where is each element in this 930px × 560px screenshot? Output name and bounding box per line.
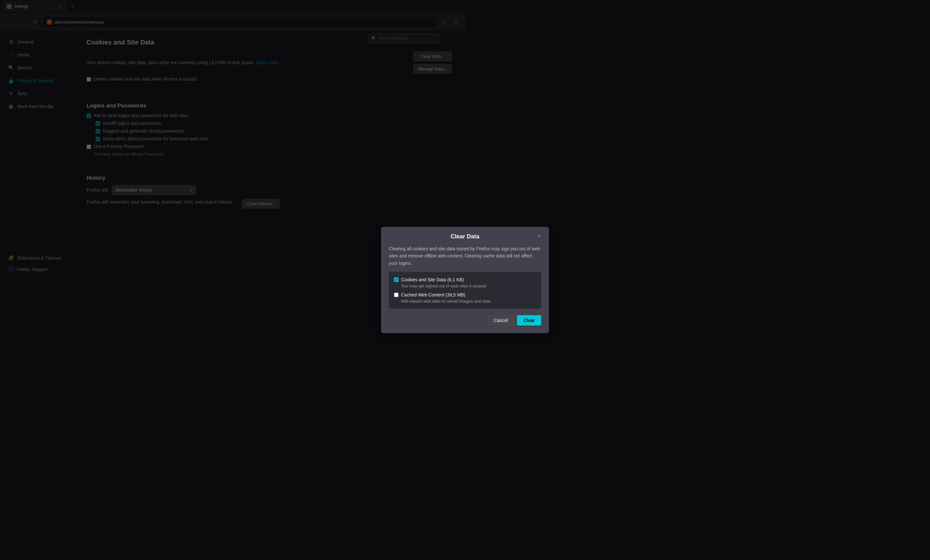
modal-cookies-checkbox[interactable]: [394, 278, 399, 280]
modal-overlay: Clear Data × Clearing all cookies and si…: [0, 0, 465, 280]
modal-body: Clearing all cookies and site data store…: [381, 240, 465, 280]
modal-header: Clear Data ×: [381, 227, 465, 240]
modal-cookies-label[interactable]: Cookies and Site Data (6,1 KB): [401, 277, 464, 280]
modal-description: Clearing all cookies and site data store…: [389, 245, 465, 267]
modal-option-cookies: Cookies and Site Data (6,1 KB) You may g…: [394, 277, 465, 280]
modal-option-cookies-header: Cookies and Site Data (6,1 KB): [394, 277, 465, 280]
clear-data-modal: Clear Data × Clearing all cookies and si…: [381, 227, 465, 280]
modal-options: Cookies and Site Data (6,1 KB) You may g…: [389, 272, 465, 280]
modal-title: Clear Data: [451, 233, 465, 240]
